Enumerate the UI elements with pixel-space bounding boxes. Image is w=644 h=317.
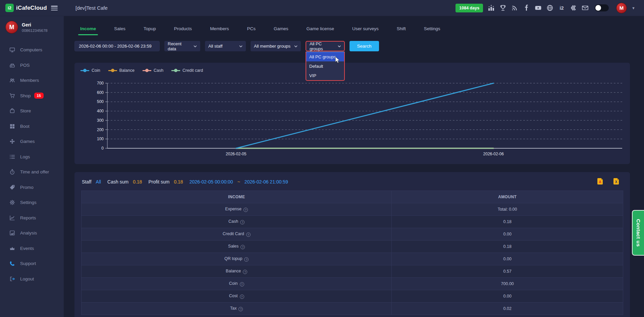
mail-icon[interactable] xyxy=(582,4,589,11)
svg-text:i2: i2 xyxy=(559,5,564,11)
sidebar-item-support[interactable]: Support xyxy=(0,256,64,271)
help-icon[interactable]: ? xyxy=(244,208,248,212)
period-start: 2026-02-05 00:00:00 xyxy=(190,179,233,184)
staff-value[interactable]: All xyxy=(96,179,101,184)
sidebar-item-time-offer[interactable]: Time and offer xyxy=(0,164,64,180)
table-row: Cost?0.00 xyxy=(82,290,623,303)
globe-icon[interactable] xyxy=(546,4,553,11)
help-icon[interactable]: ? xyxy=(240,245,245,249)
trophy-icon[interactable] xyxy=(499,4,506,11)
help-icon[interactable]: ? xyxy=(238,307,243,311)
chevron-down-icon xyxy=(294,45,298,47)
menu-toggle-icon[interactable] xyxy=(51,6,58,10)
pdf-export-icon[interactable]: A xyxy=(597,178,603,185)
tab-products[interactable]: Products xyxy=(172,26,194,35)
data-mode-select[interactable]: Recent data xyxy=(164,41,200,51)
users-icon xyxy=(9,77,15,83)
contact-us-button[interactable]: Contact us xyxy=(632,210,644,256)
dropdown-option-default[interactable]: Default xyxy=(306,61,344,71)
tab-income[interactable]: Income xyxy=(78,26,98,35)
sidebar-item-settings[interactable]: Settings xyxy=(0,195,64,210)
help-icon[interactable]: ? xyxy=(246,232,251,237)
sidebar-item-store[interactable]: Store xyxy=(0,103,64,119)
legend-item[interactable]: Coin xyxy=(80,68,100,73)
tab-games[interactable]: Games xyxy=(272,26,290,35)
icafe-i2-icon[interactable]: i2 xyxy=(558,4,565,11)
help-icon[interactable]: ? xyxy=(240,295,244,299)
tab-game-license[interactable]: Game license xyxy=(304,26,336,35)
svg-text:0: 0 xyxy=(101,146,104,151)
income-table-body: Expense?Total: 0.00Cash?0.18Credit Card?… xyxy=(82,203,623,315)
sidebar-item-reports[interactable]: Reports xyxy=(0,210,64,226)
income-row-label: Expense? xyxy=(82,203,392,216)
legend-item[interactable]: Cash xyxy=(143,68,163,73)
sidebar-item-pos[interactable]: POS xyxy=(0,58,64,73)
search-button[interactable]: Search xyxy=(350,41,379,51)
shopping-bag-icon xyxy=(9,108,15,114)
brand: i2 iCafeCloud xyxy=(0,0,64,16)
income-row-amount: 0.00 xyxy=(392,228,623,241)
member-group-select[interactable]: All member groups xyxy=(251,41,301,51)
rss-icon[interactable] xyxy=(511,4,518,11)
tab-topup[interactable]: Topup xyxy=(142,26,158,35)
sidebar-item-events[interactable]: Events xyxy=(0,241,64,256)
tab-user-surveys[interactable]: User surveys xyxy=(350,26,381,35)
tab-pcs[interactable]: PCs xyxy=(245,26,258,35)
stopwatch-icon xyxy=(9,169,15,175)
income-chart-card: CoinBalanceCashCredit card 0100200300400… xyxy=(74,63,630,164)
legend-item[interactable]: Balance xyxy=(108,68,135,73)
tab-shift[interactable]: Shift xyxy=(395,26,408,35)
sidebar-item-logout[interactable]: Logout xyxy=(0,271,64,287)
help-icon[interactable]: ? xyxy=(240,282,244,286)
income-row-label: Sales? xyxy=(82,241,392,253)
youtube-icon[interactable] xyxy=(535,4,542,11)
legend-item[interactable]: Credit card xyxy=(171,68,203,73)
ranking-icon[interactable] xyxy=(488,4,495,11)
phone-icon xyxy=(9,261,15,266)
pc-group-select[interactable]: All PC groups xyxy=(306,41,345,51)
tab-sales[interactable]: Sales xyxy=(112,26,127,35)
table-row: Tax?0.02 xyxy=(82,303,623,315)
theme-toggle[interactable] xyxy=(595,4,609,11)
dropdown-option-vip[interactable]: VIP xyxy=(306,71,344,80)
sidebar-item-games[interactable]: Games xyxy=(0,134,64,149)
swish-logo-icon[interactable] xyxy=(570,4,577,11)
income-row-amount: 0.00 xyxy=(392,253,623,265)
tab-members[interactable]: Members xyxy=(208,26,231,35)
sidebar: M Geri 008612345678 Computers POS Member… xyxy=(0,16,64,317)
date-range-input[interactable]: 2026-02-06 00:00 - 2026-02-06 23:59 xyxy=(74,41,160,51)
sidebar-item-shop[interactable]: Shop 15 xyxy=(0,88,64,104)
period-tilde: ~ xyxy=(237,179,240,184)
sidebar-item-promo[interactable]: Promo xyxy=(0,180,64,195)
help-icon[interactable]: ? xyxy=(243,270,247,274)
period-end: 2026-02-06 21:00:59 xyxy=(245,179,288,184)
gear-icon xyxy=(9,200,15,205)
cash-sum-label: Cash sum xyxy=(107,179,128,184)
sidebar-item-members[interactable]: Members xyxy=(0,73,64,88)
tab-settings[interactable]: Settings xyxy=(422,26,442,35)
sidebar-item-computers[interactable]: Computers xyxy=(0,42,64,58)
sidebar-item-boot[interactable]: Boot xyxy=(0,119,64,134)
facebook-icon[interactable] xyxy=(523,4,530,11)
income-row-label: Cash? xyxy=(82,216,392,228)
sidebar-nav: Computers POS Members Shop 15 Store Boot… xyxy=(0,42,64,286)
user-avatar[interactable]: M xyxy=(616,3,627,13)
legend-marker-icon xyxy=(108,70,117,71)
sidebar-item-logs[interactable]: Logs xyxy=(0,149,64,165)
sidebar-item-analysis[interactable]: Analysis xyxy=(0,225,64,241)
days-remaining-badge[interactable]: 1084 days xyxy=(455,4,483,12)
excel-export-icon[interactable]: X xyxy=(613,178,619,185)
chevron-down-icon[interactable]: ▼ xyxy=(632,6,635,10)
col-header-income: INCOME xyxy=(82,191,392,203)
avatar[interactable]: M xyxy=(5,21,18,34)
help-icon[interactable]: ? xyxy=(240,220,245,224)
income-table: INCOME AMOUNT Expense?Total: 0.00Cash?0.… xyxy=(81,191,623,315)
staff-select[interactable]: All staff xyxy=(205,41,246,51)
area-chart-icon xyxy=(9,230,15,236)
top-header: i2 iCafeCloud [dev]Test Cafe 1084 days i… xyxy=(0,0,644,16)
table-row: QR topup?0.00 xyxy=(82,253,623,265)
table-row: Sales?0.18 xyxy=(82,241,623,253)
help-icon[interactable]: ? xyxy=(244,257,249,262)
dropdown-option-all-pc-groups[interactable]: All PC groups xyxy=(306,52,344,61)
report-tabs: Income Sales Topup Products Members PCs … xyxy=(74,26,633,35)
